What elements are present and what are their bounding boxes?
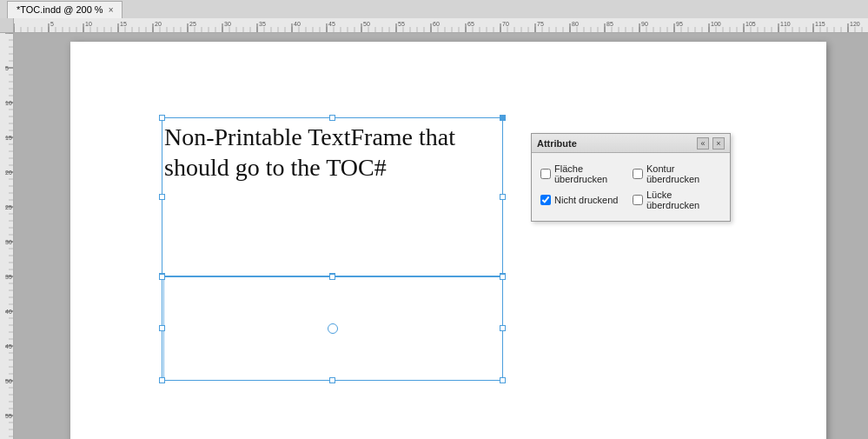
- main-area: 510152025303540455055 Non-Printable Text…: [0, 33, 868, 439]
- checkboxes-grid: Fläche überdrucken Kontur überdrucken Ni…: [540, 160, 721, 214]
- panel-controls: « ×: [697, 137, 725, 150]
- text-frame-content: Non-Printable TextFrame that should go t…: [162, 118, 502, 186]
- svg-text:40: 40: [294, 21, 301, 27]
- svg-text:50: 50: [5, 378, 12, 384]
- title-bar: *TOC.indd @ 200 % ×: [0, 0, 868, 19]
- checkbox-item-lucke: Lücke überdrucken: [633, 190, 721, 210]
- ruler-top-marks: // Will draw via JS below 51015202530354…: [14, 18, 868, 32]
- svg-text:40: 40: [5, 309, 12, 315]
- checkbox-item-flache: Fläche überdrucken: [540, 163, 629, 184]
- checkbox-lucke[interactable]: [633, 195, 643, 205]
- svg-rect-1: [14, 18, 868, 32]
- handle-top-right[interactable]: [500, 115, 506, 121]
- svg-text:90: 90: [641, 21, 648, 27]
- svg-text:120: 120: [850, 21, 860, 27]
- ruler-corner: [0, 18, 14, 32]
- svg-text:30: 30: [5, 239, 12, 245]
- document-page: Non-Printable TextFrame that should go t…: [70, 42, 826, 439]
- svg-text:15: 15: [120, 21, 127, 27]
- panel-titlebar: Attribute « ×: [532, 134, 730, 153]
- svg-text:25: 25: [5, 204, 12, 210]
- svg-text:20: 20: [5, 170, 12, 176]
- checkbox-item-nicht: Nicht druckend: [540, 190, 629, 210]
- text-line2: should go to the TOC#: [164, 154, 387, 181]
- checkbox-kontur-label: Kontur überdrucken: [646, 163, 721, 184]
- checkbox-flache-label: Fläche überdrucken: [554, 163, 629, 184]
- svg-text:55: 55: [398, 21, 405, 27]
- link-handle-bm[interactable]: [329, 377, 335, 383]
- link-handle-ml[interactable]: [159, 325, 165, 331]
- panel-body: Fläche überdrucken Kontur überdrucken Ni…: [532, 153, 730, 221]
- handle-mid-right[interactable]: [500, 194, 506, 200]
- svg-text:95: 95: [676, 21, 683, 27]
- handle-top-left[interactable]: [159, 115, 165, 121]
- svg-text:85: 85: [606, 21, 613, 27]
- svg-text:5: 5: [5, 65, 9, 71]
- svg-text:45: 45: [328, 21, 335, 27]
- svg-text:110: 110: [780, 21, 791, 27]
- link-handle-tr[interactable]: [500, 274, 506, 280]
- checkbox-nicht-label: Nicht druckend: [554, 195, 618, 205]
- svg-text:25: 25: [189, 21, 196, 27]
- attribute-panel: Attribute « × Fläche überdrucken Kontur …: [531, 133, 731, 222]
- svg-text:80: 80: [572, 21, 579, 27]
- document-tab[interactable]: *TOC.indd @ 200 % ×: [7, 1, 123, 18]
- svg-text:20: 20: [155, 21, 162, 27]
- checkbox-kontur[interactable]: [633, 169, 643, 179]
- canvas-area[interactable]: Non-Printable TextFrame that should go t…: [14, 33, 868, 439]
- svg-text:35: 35: [259, 21, 266, 27]
- tab-close-button[interactable]: ×: [109, 5, 114, 15]
- svg-text:35: 35: [5, 274, 12, 280]
- text-line1: Non-Printable TextFrame that: [164, 123, 455, 150]
- ruler-svg: // Will draw via JS below 51015202530354…: [14, 18, 868, 32]
- checkbox-lucke-label: Lücke überdrucken: [646, 190, 721, 210]
- svg-text:100: 100: [711, 21, 721, 27]
- link-circle: [328, 323, 338, 334]
- svg-text:105: 105: [745, 21, 756, 27]
- checkbox-item-kontur: Kontur überdrucken: [633, 163, 721, 184]
- link-handle-br[interactable]: [500, 377, 506, 383]
- handle-top-mid[interactable]: [329, 115, 335, 121]
- link-handle-tm[interactable]: [329, 274, 335, 280]
- svg-text:45: 45: [5, 343, 12, 349]
- svg-text:70: 70: [502, 21, 509, 27]
- svg-text:115: 115: [815, 21, 825, 27]
- svg-text:55: 55: [5, 413, 12, 419]
- svg-text:50: 50: [363, 21, 370, 27]
- panel-title: Attribute: [537, 138, 577, 149]
- svg-text:10: 10: [85, 21, 92, 27]
- svg-text:15: 15: [5, 135, 12, 141]
- checkbox-nicht-druckend[interactable]: [540, 195, 551, 205]
- text-frame[interactable]: Non-Printable TextFrame that should go t…: [162, 117, 503, 276]
- svg-text:10: 10: [5, 100, 12, 106]
- svg-text:65: 65: [467, 21, 474, 27]
- svg-text:75: 75: [537, 21, 544, 27]
- handle-mid-left[interactable]: [159, 194, 165, 200]
- link-handle-bl[interactable]: [159, 377, 165, 383]
- panel-collapse-button[interactable]: «: [697, 137, 709, 150]
- svg-text:60: 60: [433, 21, 440, 27]
- tab-label: *TOC.indd @ 200 %: [17, 4, 103, 15]
- svg-text:5: 5: [50, 21, 54, 27]
- checkbox-flache[interactable]: [540, 169, 551, 179]
- ruler-left: 510152025303540455055: [0, 33, 14, 439]
- ruler-left-svg: 510152025303540455055: [0, 33, 14, 439]
- link-handle-tl[interactable]: [159, 274, 165, 280]
- svg-text:30: 30: [224, 21, 231, 27]
- linked-frame[interactable]: [162, 276, 503, 381]
- panel-close-button[interactable]: ×: [712, 137, 725, 150]
- link-handle-mr[interactable]: [500, 325, 506, 331]
- ruler-top: // Will draw via JS below 51015202530354…: [0, 19, 868, 33]
